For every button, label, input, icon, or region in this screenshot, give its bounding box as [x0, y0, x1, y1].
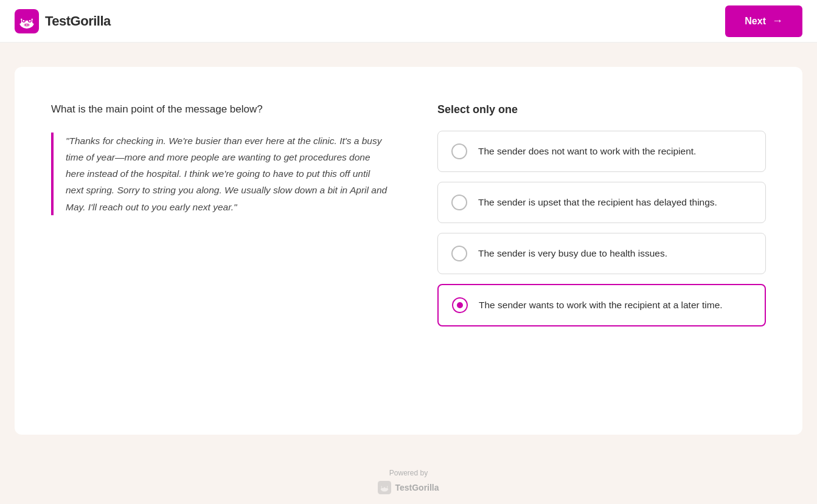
svg-point-11 [21, 12, 33, 21]
option-item-3[interactable]: The sender is very busy due to health is… [437, 233, 766, 274]
svg-point-18 [381, 483, 388, 488]
quote-text: "Thanks for checking in. We're busier th… [66, 133, 389, 215]
option-text-4: The sender wants to work with the recipi… [479, 299, 723, 312]
radio-inner-4 [457, 302, 463, 308]
svg-point-9 [18, 19, 21, 24]
main-content: What is the main point of the message be… [0, 43, 817, 459]
radio-circle-4 [452, 297, 468, 313]
answers-section: Select only one The sender does not want… [437, 103, 766, 326]
svg-point-10 [32, 19, 36, 24]
svg-point-7 [25, 24, 26, 26]
quote-block: "Thanks for checking in. We're busier th… [51, 133, 389, 215]
option-list: The sender does not want to work with th… [437, 131, 766, 326]
next-button[interactable]: Next → [725, 5, 802, 37]
arrow-right-icon: → [772, 15, 783, 27]
radio-circle-3 [451, 246, 467, 261]
option-text-2: The sender is upset that the recipient h… [478, 196, 717, 209]
footer-logo-area: TestGorilla [378, 481, 439, 494]
logo-text: TestGorilla [45, 13, 111, 29]
option-text-1: The sender does not want to work with th… [478, 145, 696, 158]
radio-circle-1 [451, 143, 467, 159]
logo: TestGorilla [15, 9, 111, 33]
option-item-2[interactable]: The sender is upset that the recipient h… [437, 182, 766, 223]
radio-circle-2 [451, 195, 467, 210]
svg-point-16 [380, 486, 381, 489]
next-button-label: Next [745, 16, 766, 27]
option-text-3: The sender is very busy due to health is… [478, 247, 667, 260]
footer: Powered by TestGorilla [0, 459, 817, 504]
svg-point-8 [27, 24, 29, 26]
footer-logo-text: TestGorilla [395, 483, 439, 492]
svg-point-17 [388, 486, 389, 489]
question-section: What is the main point of the message be… [51, 103, 389, 215]
testgorilla-logo-icon [15, 9, 39, 33]
select-label: Select only one [437, 103, 766, 116]
option-item-4[interactable]: The sender wants to work with the recipi… [437, 284, 766, 326]
svg-point-6 [24, 23, 30, 27]
footer-logo-icon [378, 481, 391, 494]
question-text: What is the main point of the message be… [51, 103, 389, 116]
powered-by-label: Powered by [389, 469, 428, 477]
header: TestGorilla Next → [0, 0, 817, 43]
option-item-1[interactable]: The sender does not want to work with th… [437, 131, 766, 172]
question-card: What is the main point of the message be… [15, 67, 802, 435]
